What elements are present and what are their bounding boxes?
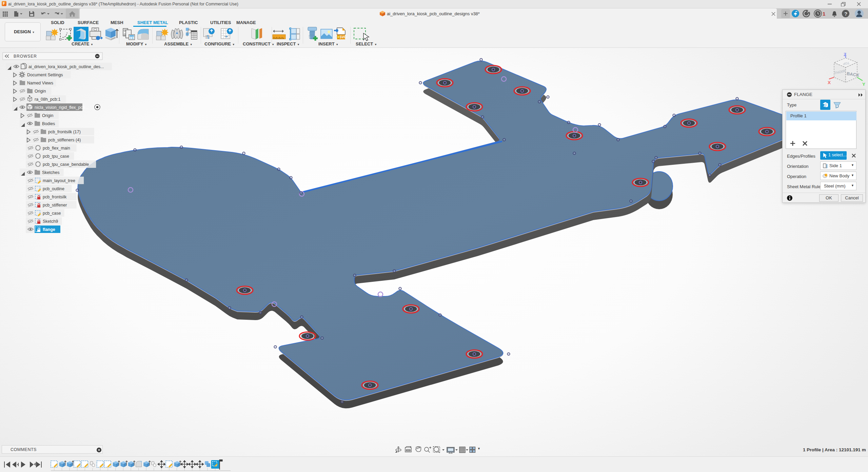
svg-text:X: X	[828, 80, 831, 85]
svg-text:pcb_stiffener: pcb_stiffener	[43, 203, 67, 208]
svg-text:Origin: Origin	[42, 113, 53, 118]
svg-text:Sketches: Sketches	[42, 170, 59, 175]
svg-text:Document Settings: Document Settings	[27, 73, 63, 77]
svg-text:Bodies: Bodies	[42, 121, 55, 126]
svg-text:BROWSER: BROWSER	[14, 54, 37, 59]
svg-text:Named Views: Named Views	[27, 81, 53, 85]
svg-text:ra_08h_pcb:1: ra_08h_pcb:1	[35, 97, 61, 102]
svg-text:pcb_stiffeners (4): pcb_stiffeners (4)	[48, 138, 81, 142]
svg-text:Z: Z	[844, 52, 846, 57]
svg-text:nicla_vision_rigid_flex_pcb...: nicla_vision_rigid_flex_pcb...	[35, 105, 88, 110]
svg-text:pcb_frontsilk: pcb_frontsilk	[43, 195, 67, 199]
svg-text:1: 1	[823, 11, 825, 17]
svg-text:pcb_tpu_case: pcb_tpu_case	[43, 154, 69, 159]
svg-text:?: ?	[844, 11, 847, 17]
svg-text:SVG: SVG	[339, 35, 347, 39]
svg-text:flange: flange	[43, 227, 55, 232]
svg-text:Y: Y	[862, 82, 865, 87]
svg-text:pcb_case: pcb_case	[43, 211, 61, 216]
svg-text:pcb_flex_main: pcb_flex_main	[43, 146, 70, 151]
svg-text:Origin: Origin	[35, 89, 46, 94]
svg-text:main_layout_tree: main_layout_tree	[43, 178, 75, 183]
svg-text:pcb_outline: pcb_outline	[43, 186, 64, 191]
svg-text:Sketch9: Sketch9	[43, 219, 58, 224]
svg-text:ai_driven_lora_kiosk_pcb_outli: ai_driven_lora_kiosk_pcb_outline_des...	[28, 64, 104, 69]
svg-text:pcb_frontsilk (17): pcb_frontsilk (17)	[48, 130, 81, 134]
svg-text:pcb_tpu_case_bendable: pcb_tpu_case_bendable	[43, 162, 89, 167]
